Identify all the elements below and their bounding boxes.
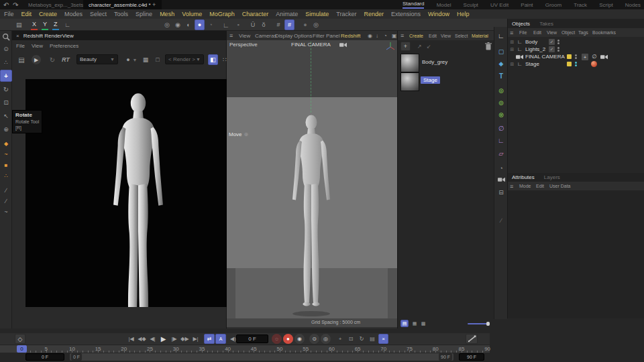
layout-tab-paint[interactable]: Paint — [521, 2, 533, 8]
render-view-icon[interactable]: ◉ — [368, 31, 372, 40]
viewport-menu-panel[interactable]: Panel — [326, 33, 339, 39]
enabled-checkbox[interactable]: ✓ — [549, 39, 555, 45]
menu-window[interactable]: Window — [428, 11, 449, 17]
menu-volume[interactable]: Volume — [182, 11, 202, 17]
current-frame-field[interactable]: 0 F — [236, 335, 268, 343]
ipr-icon[interactable]: ◔ — [384, 31, 387, 40]
scale-tool[interactable]: ⊡ — [0, 97, 12, 109]
go-to-end-button[interactable]: ▶| — [191, 334, 201, 344]
menu-select[interactable]: Select — [90, 11, 107, 17]
grid-view-large-icon[interactable]: ▩ — [419, 320, 427, 327]
render-icon[interactable]: ▤ — [16, 54, 27, 65]
start-ipr-button[interactable]: ▶ — [31, 54, 42, 65]
field-icon[interactable]: ⊗ — [494, 109, 508, 121]
layout-tab-script[interactable]: Script — [599, 2, 612, 8]
menu-mograph[interactable]: MoGraph — [209, 11, 235, 17]
viewport-menu-filter[interactable]: Filter — [313, 33, 325, 39]
protection-tag-icon[interactable]: ∅ — [591, 53, 598, 60]
hamburger-icon[interactable]: ≡ — [510, 182, 513, 190]
object-row-stage[interactable]: ⊞ ∟ Stage — [508, 60, 644, 68]
renderview-menu-view[interactable]: View — [32, 43, 43, 49]
material-thumb-stage[interactable] — [400, 72, 419, 91]
viewport-menu-display[interactable]: Display — [275, 33, 292, 39]
expand-icon[interactable]: ⊞ — [509, 60, 515, 68]
record-button-alt2[interactable]: ◎ — [321, 334, 331, 344]
pencil-tool[interactable]: ∕ — [0, 196, 12, 206]
tab-layers[interactable]: Layers — [544, 174, 560, 180]
close-tab-icon[interactable]: × — [142, 0, 146, 9]
solo-icon[interactable]: ● — [301, 19, 310, 30]
preview-size-slider[interactable] — [468, 323, 489, 324]
pen-tool[interactable]: ◆ — [0, 138, 12, 149]
deformer-icon[interactable]: ⊚ — [494, 97, 508, 109]
target-tag-icon[interactable]: + — [582, 54, 588, 60]
selection-tool-alt[interactable]: ∴ — [0, 56, 12, 68]
autokeying-button[interactable]: ● — [283, 334, 293, 344]
layout-tab-nodes[interactable]: Nodes — [625, 2, 641, 8]
stage-object-icon[interactable]: ⊟ — [494, 186, 508, 198]
object-name[interactable]: Stage — [525, 61, 539, 67]
play-button[interactable]: ▶ — [158, 334, 168, 344]
primitive-tool[interactable]: ■ — [0, 160, 12, 170]
keyframe-selection-record-button[interactable]: ◉ — [294, 334, 305, 344]
menu-render[interactable]: Render — [364, 11, 384, 17]
next-key-button[interactable]: ◆▶ — [180, 334, 190, 344]
previous-key-button[interactable]: ◀◆ — [137, 334, 147, 344]
material-menu-select[interactable]: Select — [455, 34, 468, 38]
menu-edit[interactable]: Edit — [21, 11, 32, 17]
menu-tracker[interactable]: Tracker — [336, 11, 356, 17]
range-slider-end-label[interactable]: 90 F — [439, 353, 452, 361]
text-object-icon[interactable]: T — [494, 70, 508, 82]
material-menu-create[interactable]: Create — [409, 34, 423, 38]
objects-menu-edit[interactable]: Edit — [533, 30, 541, 35]
enabled-checkbox[interactable]: ✓ — [549, 46, 555, 52]
points-mode-icon[interactable]: ◉ — [173, 19, 182, 30]
render-settings-icon[interactable]: ▣ — [392, 31, 397, 40]
undo-icon[interactable]: ↶ — [3, 0, 9, 9]
content-browser-icon[interactable]: ▤ — [16, 19, 22, 30]
attributes-menu-userdata[interactable]: User Data — [549, 184, 571, 188]
cube-object-icon[interactable]: ◆ — [494, 58, 508, 70]
layer-color-swatch[interactable] — [567, 54, 572, 59]
axis-lock-x-button[interactable]: X — [31, 19, 38, 30]
aov-icon[interactable]: ● — [123, 54, 133, 65]
axis-lock-z-button[interactable]: Z — [52, 19, 59, 30]
snap-settings-icon[interactable]: ŏ — [259, 19, 268, 30]
viewport-menu-options[interactable]: Options — [294, 33, 313, 39]
grid-view-small-icon[interactable]: ▦ — [411, 320, 419, 327]
menu-spline[interactable]: Spline — [136, 11, 152, 17]
record-position-icon[interactable]: + — [335, 334, 345, 344]
autokey-mode-button[interactable]: A — [215, 334, 226, 344]
make-editable-icon[interactable]: ◎ — [162, 19, 172, 30]
expand-icon[interactable]: ⊞ — [509, 46, 515, 53]
arrow-in-icon[interactable]: ↙ — [425, 42, 433, 51]
material-name[interactable]: Body_grey — [422, 59, 447, 65]
coordinate-system-icon[interactable]: ∟ — [64, 19, 70, 30]
record-scale-icon[interactable]: ⊡ — [346, 334, 356, 344]
record-button-alt1[interactable]: ⊙ — [309, 334, 319, 344]
cloner-tool[interactable]: ∴ — [0, 170, 12, 181]
layout-tab-standard[interactable]: Standard — [402, 1, 424, 9]
crop-icon[interactable]: □ — [153, 54, 162, 65]
axis-lock-y-button[interactable]: Y — [42, 19, 48, 30]
pixel-grid-icon[interactable]: ▦ — [141, 54, 150, 65]
range-slider[interactable]: 0 F 90 F — [70, 353, 453, 361]
rt-button[interactable]: RT — [62, 54, 70, 65]
record-parameter-icon[interactable]: ▤ — [368, 334, 377, 344]
objects-menu-bookmarks[interactable]: Bookmarks — [592, 30, 616, 35]
menu-extensions[interactable]: Extensions — [391, 11, 421, 17]
environment-icon[interactable]: ◔ — [494, 162, 508, 174]
null-object-icon[interactable]: ∟ — [494, 29, 508, 42]
axis-mode-icon[interactable]: ▪ — [233, 19, 243, 30]
previous-frame-button[interactable]: ◀| — [148, 334, 158, 344]
material-menu-view[interactable]: View — [441, 34, 451, 38]
visibility-dots[interactable] — [557, 39, 559, 45]
viewport-menu-redshift[interactable]: Redshift — [341, 33, 360, 39]
record-rotation-icon[interactable]: ↻ — [357, 334, 366, 344]
tab-objects[interactable]: Objects — [512, 21, 530, 27]
layout-tab-uvedit[interactable]: UV Edit — [490, 2, 508, 8]
material-thumb-body-grey[interactable] — [400, 54, 419, 72]
spline-pen-tool[interactable]: ~ — [0, 149, 12, 160]
texture-tag-icon[interactable] — [591, 61, 597, 67]
objects-menu-tags[interactable]: Tags — [578, 30, 588, 35]
